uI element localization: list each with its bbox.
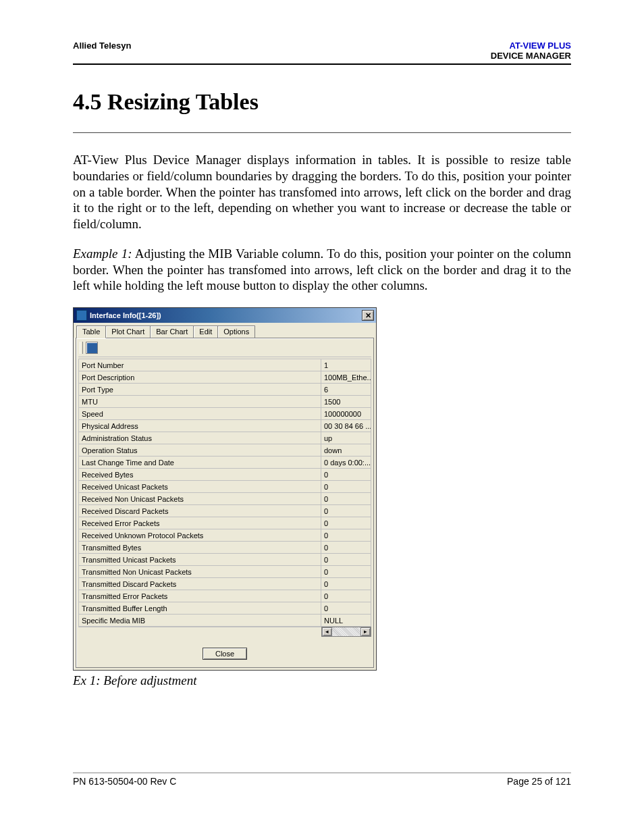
table-row: Transmitted Non Unicast Packets0 <box>79 566 371 578</box>
close-button[interactable]: Close <box>203 648 247 660</box>
table-row: Port Number1 <box>79 359 371 371</box>
row-label: Transmitted Non Unicast Packets <box>79 566 321 578</box>
table-row: Operation Statusdown <box>79 444 371 457</box>
window-titlebar[interactable]: Interface Info([1-26]) ✕ <box>74 308 376 323</box>
tab-bar-chart[interactable]: Bar Chart <box>150 325 194 338</box>
scroll-track[interactable] <box>332 627 360 636</box>
page-footer: PN 613-50504-00 Rev C Page 25 of 121 <box>73 773 571 787</box>
row-value: 0 <box>321 554 371 566</box>
row-value: 100MB_Ethe... <box>321 371 371 384</box>
close-icon[interactable]: ✕ <box>362 310 374 321</box>
table-row: Transmitted Unicast Packets0 <box>79 554 371 566</box>
scroll-left-icon[interactable]: ◂ <box>322 627 332 636</box>
row-value: 0 <box>321 517 371 529</box>
table-row: Specific Media MIBNULL <box>79 615 371 627</box>
row-label: Received Discard Packets <box>79 505 321 517</box>
table-row: MTU1500 <box>79 396 371 408</box>
table-row: Transmitted Error Packets0 <box>79 590 371 602</box>
row-label: Port Description <box>79 371 321 384</box>
body-paragraph-example: Example 1: Adjusting the MIB Variable co… <box>73 246 571 294</box>
table-row: Received Unknown Protocol Packets0 <box>79 529 371 542</box>
row-value: 0 <box>321 529 371 542</box>
horizontal-scrollbar[interactable]: ◂ ▸ <box>78 627 371 637</box>
row-label: Received Bytes <box>79 469 321 481</box>
figure-caption: Ex 1: Before adjustment <box>73 673 571 688</box>
table-row: Received Non Unicast Packets0 <box>79 493 371 505</box>
header-subtitle: DEVICE MANAGER <box>491 51 571 61</box>
row-label: Received Unknown Protocol Packets <box>79 529 321 542</box>
example-text: Adjusting the MIB Variable column. To do… <box>73 246 571 293</box>
table-row: Received Discard Packets0 <box>79 505 371 517</box>
header-left: Allied Telesyn <box>73 41 131 51</box>
row-label: MTU <box>79 396 321 408</box>
row-value: 0 <box>321 542 371 554</box>
row-value: 0 <box>321 481 371 493</box>
tab-edit[interactable]: Edit <box>193 325 218 338</box>
row-label: Speed <box>79 408 321 420</box>
tab-plot-chart[interactable]: Plot Chart <box>105 325 151 338</box>
table-row: Port Description100MB_Ethe... <box>79 371 371 384</box>
row-label: Received Error Packets <box>79 517 321 529</box>
table-row: Speed100000000 <box>79 408 371 420</box>
row-label: Received Non Unicast Packets <box>79 493 321 505</box>
section-rule <box>73 132 571 133</box>
row-label: Administration Status <box>79 432 321 444</box>
row-value: down <box>321 444 371 457</box>
row-value: up <box>321 432 371 444</box>
row-label: Transmitted Bytes <box>79 542 321 554</box>
row-value: 6 <box>321 384 371 396</box>
row-value: 0 <box>321 578 371 590</box>
toolbar <box>78 340 371 357</box>
table-row: Port Type6 <box>79 384 371 396</box>
row-value: 0 <box>321 493 371 505</box>
table-row: Received Error Packets0 <box>79 517 371 529</box>
table-row: Physical Address00 30 84 66 ... <box>79 420 371 432</box>
row-value: 0 <box>321 469 371 481</box>
row-value: 1500 <box>321 396 371 408</box>
table-row: Received Unicast Packets0 <box>79 481 371 493</box>
toolbar-grip[interactable] <box>80 342 83 354</box>
table-row: Received Bytes0 <box>79 469 371 481</box>
row-value: 0 days 0:00:... <box>321 457 371 469</box>
row-label: Physical Address <box>79 420 321 432</box>
page-header: Allied Telesyn AT-VIEW PLUS DEVICE MANAG… <box>73 41 571 65</box>
row-label: Received Unicast Packets <box>79 481 321 493</box>
interface-info-window: Interface Info([1-26]) ✕ Table Plot Char… <box>73 307 377 671</box>
footer-right: Page 25 of 121 <box>507 776 571 787</box>
row-value: 00 30 84 66 ... <box>321 420 371 432</box>
footer-left: PN 613-50504-00 Rev C <box>73 776 176 787</box>
table-row: Administration Statusup <box>79 432 371 444</box>
table-row: Transmitted Discard Packets0 <box>79 578 371 590</box>
row-label: Transmitted Buffer Length <box>79 602 321 615</box>
row-value: 100000000 <box>321 408 371 420</box>
scroll-right-icon[interactable]: ▸ <box>360 627 371 636</box>
body-paragraph-1: AT-View Plus Device Manager displays inf… <box>73 152 571 232</box>
section-title: 4.5 Resizing Tables <box>73 89 571 115</box>
row-value: NULL <box>321 615 371 627</box>
row-label: Specific Media MIB <box>79 615 321 627</box>
tab-table[interactable]: Table <box>76 325 106 338</box>
row-label: Transmitted Unicast Packets <box>79 554 321 566</box>
table-row: Transmitted Bytes0 <box>79 542 371 554</box>
row-label: Transmitted Discard Packets <box>79 578 321 590</box>
table-row: Transmitted Buffer Length0 <box>79 602 371 615</box>
row-label: Port Number <box>79 359 321 371</box>
row-value: 0 <box>321 602 371 615</box>
tab-options[interactable]: Options <box>217 325 255 338</box>
example-label: Example 1: <box>73 246 132 261</box>
row-value: 0 <box>321 566 371 578</box>
window-title: Interface Info([1-26]) <box>90 311 161 319</box>
row-label: Operation Status <box>79 444 321 457</box>
row-label: Port Type <box>79 384 321 396</box>
tab-strip: Table Plot Chart Bar Chart Edit Options <box>74 323 376 338</box>
row-value: 1 <box>321 359 371 371</box>
row-value: 0 <box>321 590 371 602</box>
row-label: Transmitted Error Packets <box>79 590 321 602</box>
app-icon <box>76 310 87 321</box>
row-label: Last Change Time and Date <box>79 457 321 469</box>
tab-panel: Port Number1Port Description100MB_Ethe..… <box>76 338 374 668</box>
row-value: 0 <box>321 505 371 517</box>
data-grid: Port Number1Port Description100MB_Ethe..… <box>78 359 371 627</box>
table-view-icon[interactable] <box>86 342 98 354</box>
header-product: AT-VIEW PLUS <box>510 41 571 51</box>
